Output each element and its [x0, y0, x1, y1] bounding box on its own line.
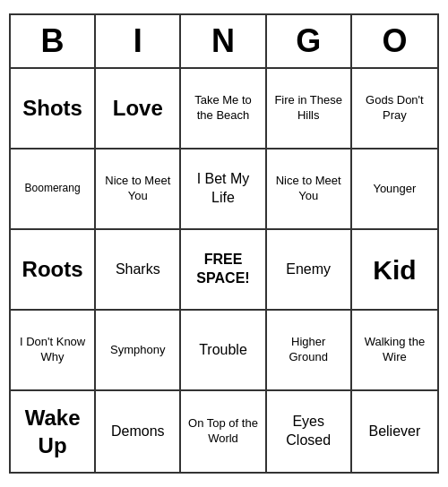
- bingo-cell: Wake Up: [11, 391, 96, 472]
- bingo-grid: ShotsLoveTake Me to the BeachFire in The…: [11, 69, 437, 472]
- bingo-cell: Love: [96, 69, 181, 150]
- bingo-cell: Walking the Wire: [352, 311, 437, 391]
- bingo-header-letter: I: [96, 15, 181, 67]
- bingo-cell: Shots: [11, 69, 96, 150]
- bingo-cell: Younger: [352, 150, 437, 230]
- bingo-cell: FREE SPACE!: [181, 230, 266, 311]
- bingo-header-letter: G: [267, 15, 352, 67]
- bingo-cell: I Bet My Life: [181, 150, 266, 230]
- bingo-cell: Boomerang: [11, 150, 96, 230]
- bingo-cell: On Top of the World: [181, 391, 266, 472]
- bingo-cell: Sharks: [96, 230, 181, 311]
- bingo-header-letter: O: [352, 15, 437, 67]
- bingo-cell: Take Me to the Beach: [181, 69, 266, 150]
- bingo-cell: Kid: [352, 230, 437, 311]
- bingo-cell: Nice to Meet You: [96, 150, 181, 230]
- bingo-header-letter: N: [181, 15, 266, 67]
- bingo-header-letter: B: [11, 15, 96, 67]
- bingo-cell: Enemy: [267, 230, 352, 311]
- bingo-header: BINGO: [11, 15, 437, 69]
- bingo-cell: Roots: [11, 230, 96, 311]
- bingo-cell: Believer: [352, 391, 437, 472]
- bingo-cell: I Don't Know Why: [11, 311, 96, 391]
- bingo-cell: Gods Don't Pray: [352, 69, 437, 150]
- bingo-cell: Symphony: [96, 311, 181, 391]
- bingo-cell: Higher Ground: [267, 311, 352, 391]
- bingo-cell: Fire in These Hills: [267, 69, 352, 150]
- bingo-cell: Eyes Closed: [267, 391, 352, 472]
- bingo-cell: Demons: [96, 391, 181, 472]
- bingo-cell: Nice to Meet You: [267, 150, 352, 230]
- bingo-cell: Trouble: [181, 311, 266, 391]
- bingo-card: BINGO ShotsLoveTake Me to the BeachFire …: [9, 13, 439, 474]
